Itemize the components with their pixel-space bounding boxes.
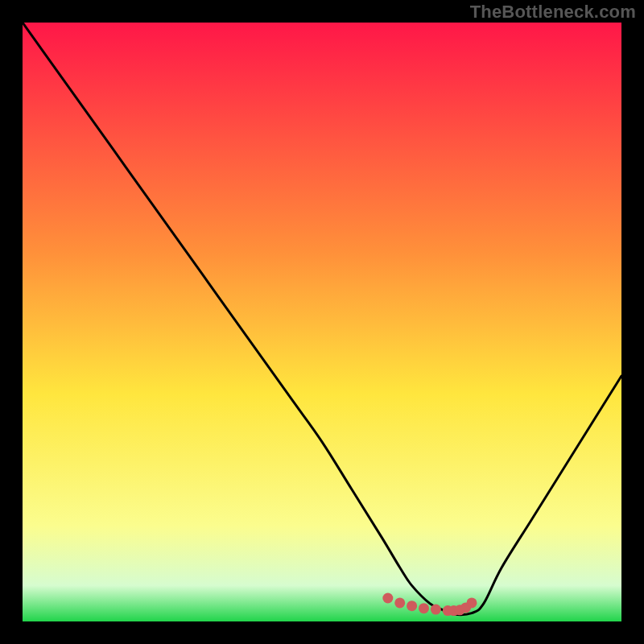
marker-dot (431, 605, 441, 615)
marker-layer (23, 23, 621, 621)
optimal-range-markers (382, 592, 477, 616)
chart-frame: TheBottleneck.com (0, 0, 644, 644)
marker-dot (467, 597, 477, 608)
marker-dot (407, 601, 417, 611)
marker-dot (394, 597, 405, 608)
marker-dot (419, 603, 429, 613)
marker-dot (382, 592, 393, 603)
plot-area (23, 23, 621, 621)
watermark-label: TheBottleneck.com (470, 2, 636, 23)
